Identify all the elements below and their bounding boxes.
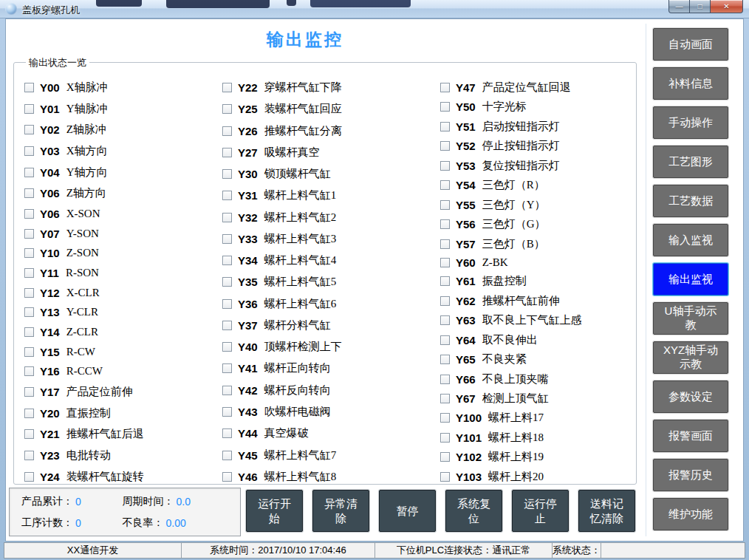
output-checkbox[interactable] bbox=[222, 386, 232, 395]
output-checkbox[interactable] bbox=[24, 146, 34, 156]
pause-button[interactable]: 暂停 bbox=[379, 490, 436, 532]
output-checkbox[interactable] bbox=[440, 122, 450, 132]
sidebar-button-process-data[interactable]: 工艺数据 bbox=[653, 185, 728, 217]
sidebar-button-manual-operation[interactable]: 手动操作 bbox=[653, 106, 728, 139]
output-checkbox[interactable] bbox=[440, 433, 450, 443]
output-checkbox[interactable] bbox=[24, 451, 34, 460]
output-checkbox[interactable] bbox=[24, 229, 34, 239]
output-item: Y100 螺杆上料17 bbox=[440, 411, 582, 425]
output-label: X轴脉冲 bbox=[66, 81, 108, 95]
output-checkbox[interactable] bbox=[222, 126, 232, 136]
output-checkbox[interactable] bbox=[24, 104, 34, 114]
output-checkbox[interactable] bbox=[440, 296, 450, 306]
sidebar-button-xyz-axis-teach[interactable]: XYZ轴手动示教 bbox=[653, 341, 728, 374]
output-checkbox[interactable] bbox=[222, 234, 232, 244]
output-checkbox[interactable] bbox=[440, 452, 450, 462]
sidebar-button-u-axis-teach[interactable]: U轴手动示教 bbox=[653, 302, 728, 335]
output-checkbox[interactable] bbox=[24, 268, 34, 278]
output-checkbox[interactable] bbox=[440, 102, 450, 112]
output-checkbox[interactable] bbox=[222, 169, 232, 179]
output-code: Y22 bbox=[238, 81, 258, 94]
sidebar-button-parameter-setting[interactable]: 参数设定 bbox=[653, 380, 728, 413]
background-window-fragment bbox=[287, 0, 296, 6]
output-checkbox[interactable] bbox=[222, 342, 232, 352]
output-checkbox[interactable] bbox=[440, 394, 450, 403]
output-checkbox[interactable] bbox=[24, 409, 34, 418]
output-checkbox[interactable] bbox=[24, 366, 34, 376]
output-checkbox[interactable] bbox=[440, 141, 450, 151]
output-checkbox[interactable] bbox=[222, 407, 232, 417]
output-checkbox[interactable] bbox=[24, 387, 34, 397]
output-checkbox[interactable] bbox=[24, 188, 34, 198]
output-item: Y54 三色灯（R） bbox=[440, 178, 582, 192]
sidebar-button-input-monitor[interactable]: 输入监视 bbox=[653, 224, 728, 256]
sidebar-button-auto-screen[interactable]: 自动画面 bbox=[653, 28, 728, 61]
output-checkbox[interactable] bbox=[24, 209, 34, 219]
output-checkbox[interactable] bbox=[24, 347, 34, 357]
sidebar-button-output-monitor[interactable]: 输出监视 bbox=[653, 263, 728, 296]
run-stop-button[interactable]: 运行停止 bbox=[512, 490, 569, 532]
output-checkbox[interactable] bbox=[440, 355, 450, 364]
output-item: Y33 螺杆上料气缸3 bbox=[222, 232, 342, 246]
output-checkbox[interactable] bbox=[24, 307, 34, 317]
output-checkbox[interactable] bbox=[222, 213, 232, 222]
output-label: 推螺杆气缸前伸 bbox=[482, 294, 560, 308]
output-code: Y64 bbox=[456, 334, 476, 346]
output-checkbox[interactable] bbox=[24, 83, 34, 92]
output-checkbox[interactable] bbox=[24, 429, 34, 439]
sidebar-button-alarm-screen[interactable]: 报警画面 bbox=[653, 420, 728, 452]
output-checkbox[interactable] bbox=[222, 363, 232, 373]
feed-memory-clear-button[interactable]: 送料记忆清除 bbox=[578, 490, 635, 532]
output-code: Y40 bbox=[238, 341, 258, 353]
sidebar-button-maintenance[interactable]: 维护功能 bbox=[653, 498, 728, 530]
output-checkbox[interactable] bbox=[440, 258, 450, 267]
output-item: Y12 X-CLR bbox=[24, 287, 144, 299]
run-start-button[interactable]: 运行开始 bbox=[246, 490, 303, 532]
output-checkbox[interactable] bbox=[24, 125, 34, 134]
sidebar-button-refill-info[interactable]: 补料信息 bbox=[653, 67, 728, 100]
minimize-button[interactable]: — bbox=[668, 0, 690, 13]
output-item: Y36 螺杆上料气缸6 bbox=[222, 297, 342, 311]
output-checkbox[interactable] bbox=[440, 239, 450, 249]
output-checkbox[interactable] bbox=[222, 472, 232, 482]
output-checkbox[interactable] bbox=[24, 288, 34, 298]
output-checkbox[interactable] bbox=[24, 168, 34, 177]
output-checkbox[interactable] bbox=[24, 327, 34, 337]
output-checkbox[interactable] bbox=[440, 200, 450, 210]
sidebar-button-label: U轴手动示教 bbox=[661, 304, 720, 332]
output-checkbox[interactable] bbox=[24, 472, 34, 482]
output-checkbox[interactable] bbox=[222, 451, 232, 460]
output-checkbox[interactable] bbox=[222, 299, 232, 309]
output-checkbox[interactable] bbox=[440, 161, 450, 171]
output-checkbox[interactable] bbox=[440, 472, 450, 482]
output-checkbox[interactable] bbox=[440, 219, 450, 229]
error-clear-button[interactable]: 异常清除 bbox=[312, 490, 369, 532]
sidebar-button-process-graphic[interactable]: 工艺图形 bbox=[653, 146, 728, 178]
output-code: Y46 bbox=[238, 471, 258, 483]
output-checkbox[interactable] bbox=[222, 83, 232, 92]
output-checkbox[interactable] bbox=[222, 104, 232, 114]
maximize-button[interactable]: □ bbox=[690, 0, 710, 13]
output-checkbox[interactable] bbox=[440, 375, 450, 384]
output-checkbox[interactable] bbox=[440, 180, 450, 190]
output-checkbox[interactable] bbox=[222, 277, 232, 287]
output-label: 螺杆上料17 bbox=[488, 411, 544, 425]
output-checkbox[interactable] bbox=[440, 335, 450, 345]
output-checkbox[interactable] bbox=[440, 83, 450, 92]
product-total: 产品累计： 0 bbox=[21, 495, 123, 508]
output-code: Y41 bbox=[238, 362, 258, 375]
output-checkbox[interactable] bbox=[222, 148, 232, 157]
close-button[interactable]: ✕ bbox=[710, 0, 743, 13]
output-checkbox[interactable] bbox=[440, 276, 450, 286]
output-checkbox[interactable] bbox=[440, 315, 450, 325]
output-checkbox[interactable] bbox=[222, 256, 232, 265]
system-reset-button[interactable]: 系统复位 bbox=[445, 490, 502, 532]
output-checkbox[interactable] bbox=[222, 428, 232, 438]
output-label: 直振控制 bbox=[66, 406, 111, 420]
output-checkbox[interactable] bbox=[440, 413, 450, 423]
sidebar-button-alarm-history[interactable]: 报警历史 bbox=[653, 459, 728, 491]
output-checkbox[interactable] bbox=[222, 191, 232, 200]
output-code: Y60 bbox=[456, 256, 476, 269]
output-checkbox[interactable] bbox=[24, 248, 34, 258]
output-checkbox[interactable] bbox=[222, 321, 232, 330]
